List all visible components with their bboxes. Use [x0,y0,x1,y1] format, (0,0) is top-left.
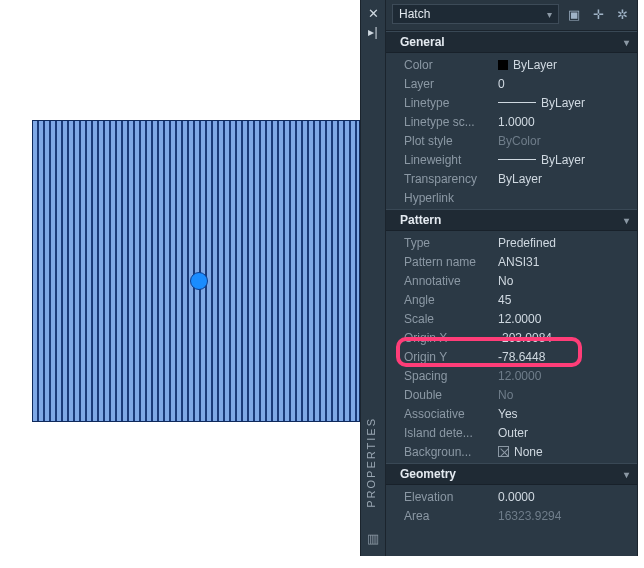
section-title: General [400,35,445,49]
section-geometry: Elevation0.0000 Area16323.9294 [386,485,637,527]
prop-row-double[interactable]: DoubleNo [386,385,637,404]
prop-row-spacing[interactable]: Spacing12.0000 [386,366,637,385]
hatch-grip[interactable] [190,272,208,290]
autohide-icon[interactable]: ▸| [361,25,385,39]
options-icon[interactable]: ▥ [367,531,379,546]
prop-row-ltscale[interactable]: Linetype sc...1.0000 [386,112,637,131]
section-header-general[interactable]: General ▾ [386,31,637,53]
linetype-sample-icon [498,102,536,103]
toggle-pickadd-icon[interactable]: ▣ [565,5,583,23]
prop-row-transparency[interactable]: TransparencyByLayer [386,169,637,188]
prop-row-origin-y[interactable]: Origin Y-78.6448 [386,347,637,366]
chevron-down-icon: ▾ [547,9,552,20]
prop-row-layer[interactable]: Layer0 [386,74,637,93]
prop-row-plotstyle[interactable]: Plot styleByColor [386,131,637,150]
prop-row-island-detection[interactable]: Island dete...Outer [386,423,637,442]
section-title: Pattern [400,213,441,227]
section-title: Geometry [400,467,456,481]
prop-row-color[interactable]: Color ByLayer [386,55,637,74]
prop-row-area[interactable]: Area16323.9294 [386,506,637,525]
close-icon[interactable]: ✕ [361,6,385,21]
none-swatch-icon [498,446,509,457]
prop-row-annotative[interactable]: AnnotativeNo [386,271,637,290]
palette-title-vertical: PROPERTIES [365,417,383,508]
section-general: Color ByLayer Layer0 Linetype ByLayer Li… [386,53,637,209]
object-type-dropdown[interactable]: Hatch ▾ [392,4,559,24]
drawing-canvas[interactable] [0,0,390,568]
palette-header: Hatch ▾ ▣ ✛ ✲ [386,0,637,31]
select-objects-icon[interactable]: ✛ [589,5,607,23]
object-type-value: Hatch [399,7,430,21]
color-swatch-icon [498,60,508,70]
prop-row-origin-x[interactable]: Origin X-203.0084 [386,328,637,347]
prop-row-linetype[interactable]: Linetype ByLayer [386,93,637,112]
prop-row-pattern-name[interactable]: Pattern nameANSI31 [386,252,637,271]
prop-row-associative[interactable]: AssociativeYes [386,404,637,423]
section-header-geometry[interactable]: Geometry ▾ [386,463,637,485]
chevron-down-icon: ▾ [624,469,629,480]
prop-row-background[interactable]: Backgroun... None [386,442,637,461]
prop-row-elevation[interactable]: Elevation0.0000 [386,487,637,506]
prop-row-hyperlink[interactable]: Hyperlink [386,188,637,207]
prop-row-lineweight[interactable]: Lineweight ByLayer [386,150,637,169]
section-header-pattern[interactable]: Pattern ▾ [386,209,637,231]
properties-palette: Hatch ▾ ▣ ✛ ✲ General ▾ Color ByLayer La… [386,0,638,556]
chevron-down-icon: ▾ [624,215,629,226]
quick-select-icon[interactable]: ✲ [613,5,631,23]
prop-row-angle[interactable]: Angle45 [386,290,637,309]
prop-row-scale[interactable]: Scale12.0000 [386,309,637,328]
palette-side-strip: ✕ ▸| PROPERTIES ▥ [360,0,386,556]
hatch-object[interactable] [32,120,360,422]
lineweight-sample-icon [498,159,536,160]
prop-row-type[interactable]: TypePredefined [386,233,637,252]
chevron-down-icon: ▾ [624,37,629,48]
section-pattern: TypePredefined Pattern nameANSI31 Annota… [386,231,637,463]
